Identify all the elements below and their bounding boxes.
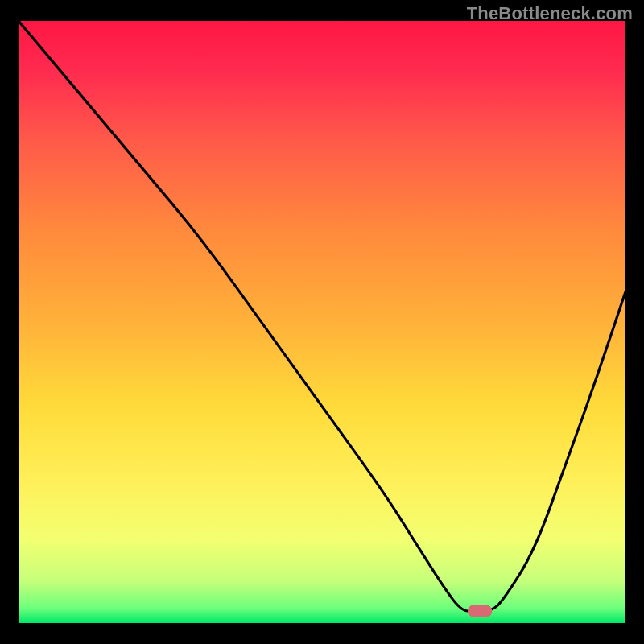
chart-frame: TheBottleneck.com xyxy=(0,0,644,644)
watermark-text: TheBottleneck.com xyxy=(467,3,633,24)
optimal-marker xyxy=(468,605,492,617)
bottleneck-chart xyxy=(0,0,644,644)
plot-area xyxy=(19,21,625,623)
